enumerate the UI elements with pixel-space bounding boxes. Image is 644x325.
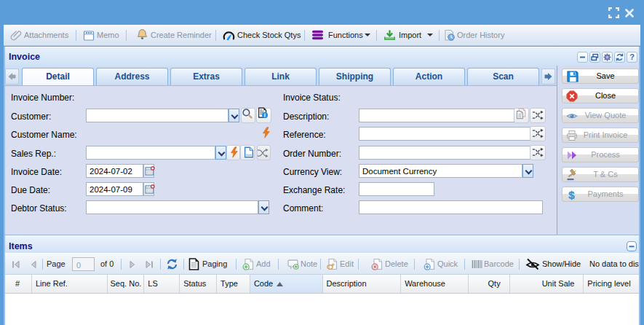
svg-text:$: $ bbox=[568, 189, 575, 200]
